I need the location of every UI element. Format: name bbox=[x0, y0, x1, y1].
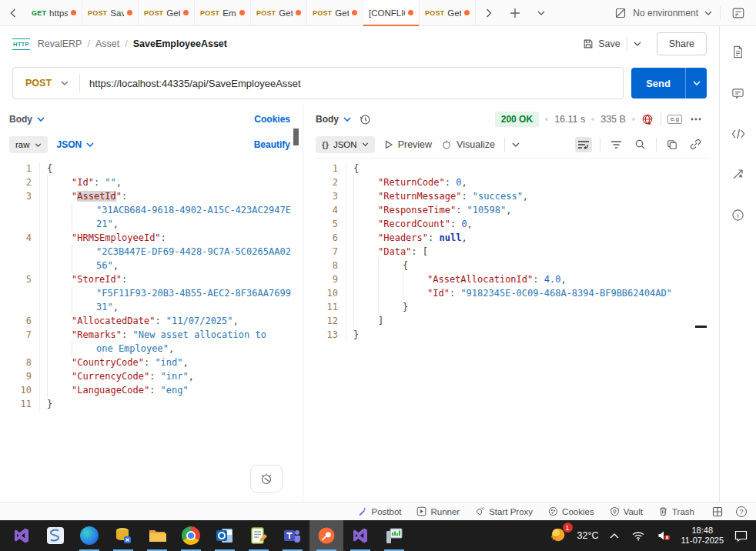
divider bbox=[661, 112, 661, 126]
request-tab-6[interactable]: POSTGet: bbox=[307, 0, 363, 25]
request-tab-1[interactable]: GEThttps bbox=[26, 0, 82, 25]
taskbar-app-notepad-icon[interactable] bbox=[242, 520, 276, 551]
word-wrap-toggle[interactable] bbox=[575, 137, 592, 152]
share-button[interactable]: Share bbox=[657, 32, 707, 55]
response-size[interactable]: 335 B bbox=[600, 114, 626, 125]
request-tab-4[interactable]: POSTEmp bbox=[195, 0, 251, 25]
code-icon[interactable] bbox=[729, 126, 748, 142]
request-tab-3[interactable]: POSTGet: bbox=[139, 0, 195, 25]
link-icon[interactable] bbox=[687, 136, 704, 152]
request-tab-2[interactable]: POSTSav bbox=[82, 0, 139, 25]
comments-icon[interactable] bbox=[729, 85, 747, 102]
taskbar-app-visual-studio-2-icon[interactable] bbox=[343, 520, 377, 551]
response-history-icon[interactable] bbox=[357, 112, 373, 128]
body-label: Body bbox=[316, 114, 339, 125]
tab-options-chevron-icon[interactable] bbox=[528, 0, 554, 25]
taskbar-app-edge-icon[interactable] bbox=[72, 520, 106, 551]
response-editor-scrollbar[interactable] bbox=[695, 326, 707, 328]
status-bar-items: PostbotRunnerStart ProxyCookiesVaultTras… bbox=[357, 506, 694, 516]
chevron-down-icon bbox=[86, 142, 94, 147]
request-tab-8[interactable]: POSTGet: bbox=[420, 0, 476, 25]
response-section-dropdown[interactable]: Body bbox=[316, 114, 351, 125]
taskbar-app-teams-icon[interactable] bbox=[276, 520, 309, 551]
save-options-chevron-icon[interactable] bbox=[627, 37, 647, 51]
taskbar-app-chrome-icon[interactable] bbox=[174, 520, 208, 551]
code-line: 4"ResponseTime": "10598", bbox=[316, 203, 708, 217]
new-tab-button[interactable] bbox=[502, 0, 528, 25]
breadcrumb-separator: / bbox=[125, 38, 127, 49]
breadcrumb-workspace[interactable]: RevalERP bbox=[38, 38, 82, 49]
wifi-icon[interactable] bbox=[630, 529, 647, 543]
cookies-icon bbox=[548, 506, 558, 516]
notification-center-icon[interactable] bbox=[732, 528, 750, 544]
vault-button[interactable]: Vault bbox=[610, 506, 643, 516]
send-button[interactable]: Send bbox=[631, 68, 707, 99]
volume-muted-icon[interactable] bbox=[655, 528, 673, 543]
start-proxy-button[interactable]: Start Proxy bbox=[475, 506, 533, 516]
visualize-button[interactable]: Visualize bbox=[441, 139, 495, 150]
code-line: 5"RecordCount": 0, bbox=[316, 217, 708, 231]
environment-quick-look-icon[interactable] bbox=[721, 0, 756, 25]
method-select[interactable]: POST bbox=[13, 78, 61, 88]
status-badge[interactable]: 200 OK bbox=[495, 112, 539, 127]
forward-icon[interactable] bbox=[476, 0, 502, 25]
line-number: 5 bbox=[9, 272, 40, 286]
code-line: "F5F11F93-20B3-4B55-AEC2-8F36AA7699 bbox=[9, 286, 303, 300]
code-line: 2"Id": "", bbox=[9, 175, 303, 189]
tab-method-label: POST bbox=[200, 9, 219, 17]
taskbar-app-visual-studio-icon[interactable] bbox=[5, 520, 38, 551]
url-input[interactable]: https://localhost:44335/api/SaveEmployee… bbox=[89, 78, 301, 89]
request-body-editor[interactable]: 1{2"Id": "",3"AssetId":"31ACB684-9618-49… bbox=[9, 162, 303, 496]
search-icon[interactable] bbox=[632, 136, 648, 152]
breadcrumb-collection[interactable]: Asset bbox=[95, 38, 119, 49]
tab-title: [CONFLIC bbox=[369, 8, 405, 18]
taskbar-app-sql-tools-icon[interactable] bbox=[106, 520, 140, 551]
request-tab-7[interactable]: [CONFLIC bbox=[363, 0, 420, 25]
taskbar-clock[interactable]: 18:48 11-07-2025 bbox=[681, 526, 724, 546]
taskbar-app-ssms-icon[interactable] bbox=[38, 520, 72, 551]
response-time[interactable]: 16.11 s bbox=[554, 114, 585, 125]
more-options-icon[interactable] bbox=[688, 115, 704, 123]
example-icon[interactable]: e.g bbox=[667, 115, 682, 124]
postbot-button[interactable]: Postbot bbox=[357, 506, 401, 516]
language-dropdown[interactable]: JSON bbox=[57, 139, 95, 150]
response-body-editor[interactable]: 1{2"ReturnCode": 0,3"ReturnMessage": "su… bbox=[316, 162, 708, 496]
request-editor-scrollbar[interactable] bbox=[293, 129, 299, 145]
request-tab-5[interactable]: POSTGet: bbox=[251, 0, 307, 25]
weather-icon[interactable]: 1 bbox=[549, 526, 569, 546]
line-number: 2 bbox=[9, 175, 40, 189]
taskbar-app-outlook-icon[interactable] bbox=[208, 520, 242, 551]
request-section-dropdown[interactable]: Body bbox=[9, 114, 45, 125]
code-line: 10"Id": "9182345E-0C09-468A-8394-BF9BB62… bbox=[316, 286, 708, 300]
info-icon[interactable] bbox=[729, 206, 747, 224]
code-line: 8"CountryCode": "ind", bbox=[9, 356, 303, 369]
runner-button[interactable]: Runner bbox=[416, 506, 460, 516]
help-icon[interactable]: ? bbox=[736, 506, 747, 517]
cookies-button[interactable]: Cookies bbox=[548, 506, 594, 516]
environment-selector[interactable]: No environment bbox=[607, 0, 720, 25]
postbot-assist-button[interactable] bbox=[250, 465, 283, 493]
body-type-dropdown[interactable]: raw bbox=[9, 136, 48, 153]
send-options-chevron-icon[interactable] bbox=[685, 68, 707, 99]
select-window-icon[interactable] bbox=[710, 504, 725, 519]
preview-button[interactable]: Preview bbox=[384, 139, 432, 150]
response-format-dropdown[interactable]: {} JSON bbox=[316, 136, 375, 153]
method-chevron-icon[interactable] bbox=[61, 81, 69, 85]
visualize-chevron-icon[interactable] bbox=[510, 140, 522, 149]
taskbar-app-perfmon-icon[interactable] bbox=[377, 520, 411, 551]
trash-button[interactable]: Trash bbox=[658, 506, 694, 516]
copy-icon[interactable] bbox=[664, 137, 680, 152]
magic-wand-icon bbox=[259, 472, 273, 486]
documentation-icon[interactable] bbox=[729, 43, 747, 61]
code-line: 7"Remarks": "New asset allocation to bbox=[9, 328, 303, 342]
temperature-label[interactable]: 32°C bbox=[577, 530, 599, 541]
cookies-link[interactable]: Cookies bbox=[254, 114, 303, 125]
network-warning-icon[interactable] bbox=[641, 113, 654, 126]
back-icon[interactable] bbox=[0, 0, 26, 25]
related-requests-icon[interactable] bbox=[730, 165, 747, 182]
filter-icon[interactable] bbox=[608, 138, 624, 152]
taskbar-app-postman-icon[interactable] bbox=[309, 520, 343, 551]
taskbar-app-file-explorer-icon[interactable] bbox=[140, 520, 174, 551]
save-button[interactable]: Save bbox=[577, 34, 627, 54]
tray-expand-icon[interactable] bbox=[607, 531, 621, 541]
